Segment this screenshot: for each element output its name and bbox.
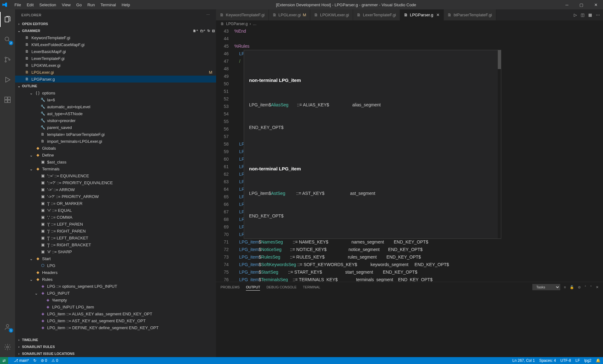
search-icon[interactable]: 2 bbox=[0, 32, 15, 47]
outline-item[interactable]: ⌄◈LPG_INPUT bbox=[15, 290, 216, 297]
sidebar-more-icon[interactable]: ⋯ bbox=[206, 13, 210, 17]
outline-item[interactable]: ⬡LPG bbox=[15, 262, 216, 269]
refresh-icon[interactable]: ↻ bbox=[207, 29, 210, 33]
outline-item[interactable]: ⌄{ }options bbox=[15, 89, 216, 96]
file-LexerBasicMapF.gi[interactable]: 🗎LexerBasicMapF.gi bbox=[15, 48, 216, 55]
outline-header[interactable]: ⌄OUTLINE bbox=[15, 83, 216, 89]
panel-tab-problems[interactable]: PROBLEMS bbox=[220, 284, 240, 290]
panel-maximize-icon[interactable]: ˄ bbox=[584, 285, 586, 289]
warnings-count[interactable]: ⚠ 0 bbox=[52, 358, 58, 363]
outline-item[interactable]: ⌄◆Terminals bbox=[15, 165, 216, 172]
panel-tab-terminal[interactable]: TERMINAL bbox=[303, 284, 320, 290]
account-icon[interactable]: 1 bbox=[0, 319, 15, 335]
sync-button[interactable]: ↻ bbox=[33, 358, 36, 363]
panel-chevron-icon[interactable]: ˅ bbox=[590, 285, 592, 289]
layout-icon[interactable]: ▦ bbox=[588, 13, 592, 17]
file-LPGLexer.gi[interactable]: 🗎LPGLexer.giM bbox=[15, 69, 216, 76]
file-LexerTemplateF.gi[interactable]: 🗎LexerTemplateF.gi bbox=[15, 55, 216, 62]
outline-item[interactable]: ◈LPG_item ::= ALIAS_KEY alias_segment EN… bbox=[15, 310, 216, 317]
outline-item[interactable]: ◈LPG_item ::= DEFINE_KEY define_segment … bbox=[15, 324, 216, 331]
split-icon[interactable]: ◫ bbox=[581, 13, 584, 17]
minimize-button[interactable]: ─ bbox=[560, 0, 574, 9]
remote-indicator[interactable]: ⇄ bbox=[0, 357, 8, 364]
outline-item[interactable]: ▣'(' ::= LEFT_PAREN bbox=[15, 221, 216, 228]
outline-item[interactable]: 🔧ast_type=ASTNode bbox=[15, 110, 216, 117]
outline-item[interactable]: ◈LPG_item ::= AST_KEY ast_segment END_KE… bbox=[15, 317, 216, 324]
outline-item[interactable]: ▣'|' ::= OR_MARKER bbox=[15, 200, 216, 207]
close-button[interactable]: ✕ bbox=[589, 0, 603, 9]
language-mode[interactable]: lpg2 bbox=[584, 358, 591, 363]
outline-item[interactable]: ▣'->?' ::= PRIORITY_ARROW bbox=[15, 193, 216, 200]
menu-selection[interactable]: Selection bbox=[37, 1, 58, 8]
folder-header[interactable]: ⌄GRAMMER 🗎⁺ 🗀⁺ ↻ ⊟ bbox=[15, 27, 216, 34]
outline-item[interactable]: ▣$ast_class bbox=[15, 158, 216, 165]
filter-icon[interactable]: ≡ bbox=[564, 285, 566, 289]
git-branch[interactable]: ⎇ main* bbox=[14, 358, 29, 363]
encoding[interactable]: UTF-8 bbox=[560, 358, 571, 363]
outline-item[interactable]: 🔧visitor=preorder bbox=[15, 117, 216, 124]
sonarlint-rules-header[interactable]: ›SONARLINT RULES bbox=[15, 343, 216, 350]
errors-count[interactable]: ⊘ 0 bbox=[41, 358, 47, 363]
minimap[interactable] bbox=[578, 27, 603, 282]
outline-item[interactable]: ◆Headers bbox=[15, 269, 216, 276]
outline-item[interactable]: 🔧automatic_ast=topLevel bbox=[15, 103, 216, 110]
run-debug-icon[interactable] bbox=[0, 72, 15, 87]
outline-item[interactable]: ⌄◆Rules bbox=[15, 276, 216, 283]
outline-item[interactable]: ▣'::=?' ::= PRIORITY_EQUIVALENCE bbox=[15, 179, 216, 186]
notifications-icon[interactable]: 🔔 bbox=[596, 358, 600, 363]
file-KeywordTemplateF.gi[interactable]: 🗎KeywordTemplateF.gi bbox=[15, 34, 216, 41]
outline-item[interactable]: ▣',' ::= COMMA bbox=[15, 214, 216, 221]
clear-icon[interactable]: ⊘ bbox=[578, 285, 581, 289]
outline-item[interactable]: ▣'=' ::= EQUAL bbox=[15, 207, 216, 214]
panel-tab-output[interactable]: OUTPUT bbox=[246, 284, 260, 291]
outline-item[interactable]: 🗎template= btParserTemplateF.gi bbox=[15, 131, 216, 138]
menu-help[interactable]: Help bbox=[119, 1, 133, 8]
code-editor[interactable]: 4344454647484950515253545556575859606162… bbox=[216, 27, 603, 282]
tab-LPGLexer.gi[interactable]: 🗎LPGLexer.giM bbox=[269, 9, 310, 20]
open-editors-header[interactable]: ›OPEN EDITORS bbox=[15, 20, 216, 27]
file-LPGKWLexer.gi[interactable]: 🗎LPGKWLexer.gi bbox=[15, 62, 216, 69]
more-icon[interactable]: ⋯ bbox=[596, 13, 600, 17]
new-folder-icon[interactable]: 🗀⁺ bbox=[200, 29, 205, 33]
collapse-icon[interactable]: ⊟ bbox=[212, 29, 215, 33]
outline-item[interactable]: 🔧la=6 bbox=[15, 96, 216, 103]
run-icon[interactable]: ▷ bbox=[574, 13, 577, 17]
menu-view[interactable]: View bbox=[59, 1, 73, 8]
indentation[interactable]: Spaces: 4 bbox=[539, 358, 556, 363]
file-LPGParser.g[interactable]: 🗎LPGParser.g bbox=[15, 76, 216, 83]
outline-item[interactable]: ▣'#' ::= SHARP bbox=[15, 248, 216, 255]
new-file-icon[interactable]: 🗎⁺ bbox=[193, 29, 198, 33]
file-KWLexerFoldedCaseMapF.gi[interactable]: 🗎KWLexerFoldedCaseMapF.gi bbox=[15, 41, 216, 48]
source-control-icon[interactable] bbox=[0, 52, 15, 67]
tab-LPGParser.g[interactable]: 🗎LPGParser.g✕ bbox=[400, 9, 444, 20]
outline-item[interactable]: 🔧parent_saved bbox=[15, 124, 216, 131]
outline-item[interactable]: ▣'->' ::= ARROW bbox=[15, 186, 216, 193]
explorer-icon[interactable] bbox=[0, 12, 15, 27]
tab-LexerTemplateF.gi[interactable]: 🗎LexerTemplateF.gi bbox=[353, 9, 400, 20]
cursor-position[interactable]: Ln 267, Col 1 bbox=[513, 358, 535, 363]
menu-file[interactable]: File bbox=[12, 1, 24, 8]
panel-tab-debug console[interactable]: DEBUG CONSOLE bbox=[266, 284, 296, 290]
outline-item[interactable]: ▣']' ::= RIGHT_BRACKET bbox=[15, 241, 216, 248]
outline-item[interactable]: ⌄◆Define bbox=[15, 152, 216, 158]
outline-item[interactable]: ◈%empty bbox=[15, 297, 216, 303]
panel-close-icon[interactable]: ✕ bbox=[596, 285, 599, 289]
eol[interactable]: LF bbox=[575, 358, 580, 363]
output-channel-select[interactable]: Tasks bbox=[532, 284, 560, 290]
menu-terminal[interactable]: Terminal bbox=[98, 1, 118, 8]
tab-LPGKWLexer.gi[interactable]: 🗎LPGKWLexer.gi bbox=[310, 9, 353, 20]
settings-gear-icon[interactable] bbox=[0, 340, 15, 355]
menu-go[interactable]: Go bbox=[74, 1, 84, 8]
tab-btParserTemplateF.gi[interactable]: 🗎btParserTemplateF.gi bbox=[444, 9, 496, 20]
outline-item[interactable]: ◆Globals bbox=[15, 145, 216, 152]
outline-item[interactable]: ◈LPG ::= options_segment LPG_INPUT bbox=[15, 283, 216, 290]
outline-item[interactable]: ⌄◆Start bbox=[15, 255, 216, 262]
outline-item[interactable]: 🗎import_terminals=LPGLexer.gi bbox=[15, 138, 216, 145]
tab-KeywordTemplateF.gi[interactable]: 🗎KeywordTemplateF.gi bbox=[216, 9, 269, 20]
outline-item[interactable]: ▣'::=' ::= EQUIVALENCE bbox=[15, 172, 216, 179]
maximize-button[interactable]: ▢ bbox=[574, 0, 589, 9]
menu-run[interactable]: Run bbox=[85, 1, 97, 8]
extensions-icon[interactable] bbox=[0, 92, 15, 107]
menu-edit[interactable]: Edit bbox=[24, 1, 36, 8]
outline-item[interactable]: ▣'[' ::= LEFT_BRACKET bbox=[15, 234, 216, 241]
